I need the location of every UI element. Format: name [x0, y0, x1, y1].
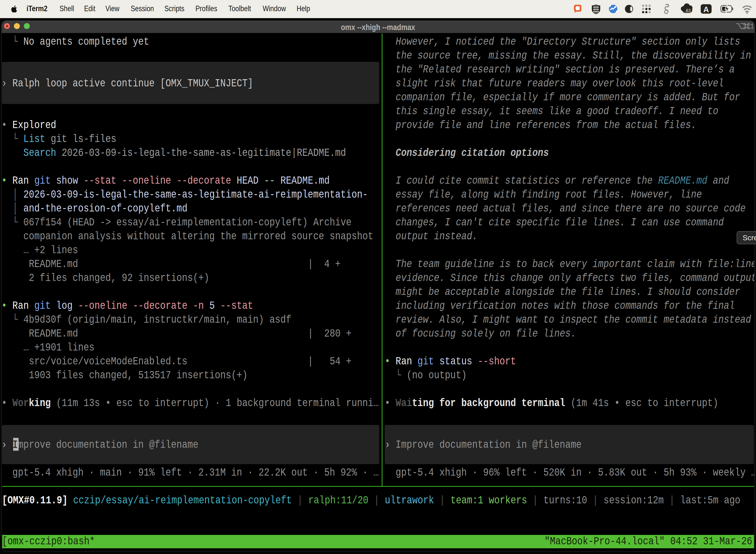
svg-text:A: A: [703, 5, 709, 14]
svg-text:..61: ..61: [683, 8, 691, 13]
svg-text:1: 1: [750, 22, 754, 30]
